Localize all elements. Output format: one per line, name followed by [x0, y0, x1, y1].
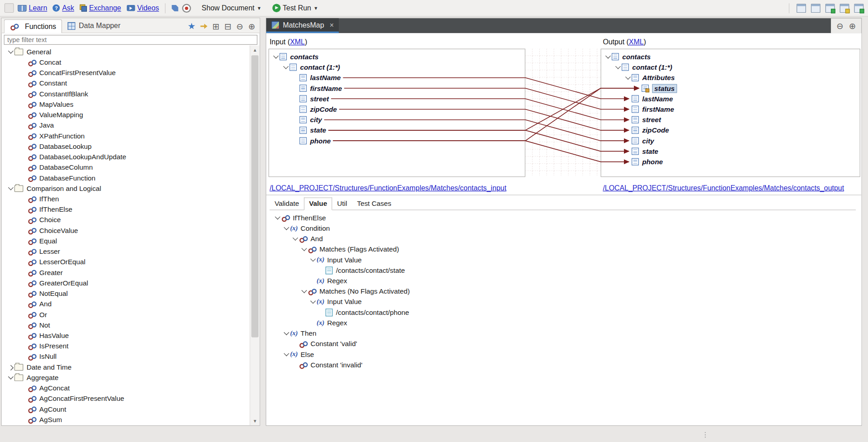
- output-structure-link[interactable]: /LOCAL_PROJECT/Structures/FunctionExampl…: [603, 184, 844, 192]
- function-tree-item[interactable]: Aggregate: [2, 372, 250, 383]
- show-view-icon[interactable]: [825, 4, 835, 13]
- input-tree-item[interactable]: contacts: [269, 52, 525, 62]
- output-xml-link[interactable]: XML: [629, 38, 644, 46]
- value-tree-item[interactable]: Constant 'invalid': [269, 360, 856, 370]
- function-tree-item[interactable]: LesserOrEqual: [2, 257, 250, 267]
- help-link-videos[interactable]: Videos: [127, 4, 159, 12]
- vertical-scrollbar[interactable]: ▲ ▼: [249, 45, 259, 425]
- chevron-down-icon[interactable]: [8, 374, 14, 380]
- help-link-label[interactable]: Videos: [137, 4, 159, 12]
- function-tree-item[interactable]: ConcatFirstPresentValue: [2, 67, 250, 78]
- output-tree-item[interactable]: contact (1:*): [601, 62, 860, 72]
- function-tree-item[interactable]: DatabaseLookup: [2, 141, 250, 152]
- function-tree-item[interactable]: HasValue: [2, 330, 250, 341]
- input-tree-item[interactable]: firstName: [269, 83, 525, 93]
- chevron-down-icon[interactable]: [293, 235, 298, 241]
- function-tree-item[interactable]: IfThen: [2, 194, 250, 204]
- input-tree-item[interactable]: zipCode: [269, 104, 525, 114]
- function-tree-item[interactable]: Equal: [2, 236, 250, 246]
- chevron-down-icon[interactable]: [8, 185, 14, 190]
- chevron-down-icon[interactable]: [284, 225, 289, 230]
- detail-tab-test-cases[interactable]: Test Cases: [352, 197, 397, 210]
- close-icon[interactable]: ×: [330, 21, 334, 29]
- test-run-button[interactable]: Test Run ▾: [272, 4, 317, 12]
- chevron-down-icon[interactable]: [275, 214, 280, 219]
- output-tree-item[interactable]: Attributes: [601, 72, 860, 83]
- function-tree-item[interactable]: ValueMapping: [2, 109, 250, 120]
- function-tree-item[interactable]: Lesser: [2, 246, 250, 257]
- value-tree-item[interactable]: (x)Regex: [269, 318, 856, 328]
- help-link-label[interactable]: Ask: [62, 4, 74, 12]
- library-icon[interactable]: [854, 4, 863, 13]
- function-tree-item[interactable]: Concat: [2, 57, 250, 67]
- collapse-all-icon[interactable]: ⊟: [224, 22, 231, 30]
- function-tree-item[interactable]: MapValues: [2, 99, 250, 109]
- chevron-right-icon[interactable]: [8, 365, 14, 371]
- chevron-down-icon[interactable]: [284, 351, 289, 356]
- detail-tab-value[interactable]: Value: [304, 197, 332, 210]
- output-tree-item[interactable]: status: [601, 83, 860, 93]
- chevron-down-icon[interactable]: [273, 53, 278, 59]
- open-perspective-icon[interactable]: [796, 4, 806, 13]
- mapping-canvas[interactable]: [525, 49, 600, 177]
- chevron-down-icon[interactable]: [615, 64, 621, 69]
- function-tree-item[interactable]: IsNull: [2, 351, 250, 361]
- output-tree-item[interactable]: city: [601, 136, 860, 146]
- function-tree-item[interactable]: Not: [2, 320, 250, 330]
- input-tree-item[interactable]: state: [269, 125, 525, 135]
- tag-icon[interactable]: [172, 5, 178, 11]
- scrollbar-thumb[interactable]: [251, 55, 259, 337]
- output-tree-item[interactable]: phone: [601, 157, 860, 167]
- function-tree-item[interactable]: [2, 425, 250, 425]
- function-tree-item[interactable]: DatabaseFunction: [2, 172, 250, 183]
- caret-down-icon[interactable]: ▾: [314, 5, 317, 11]
- help-link-ask[interactable]: ?Ask: [53, 4, 74, 12]
- function-tree-item[interactable]: Comparison and Logical: [2, 183, 250, 194]
- input-tree-item[interactable]: contact (1:*): [269, 62, 525, 72]
- value-tree-item[interactable]: IfThenElse: [269, 212, 856, 223]
- function-tree-item[interactable]: IfThenElse: [2, 204, 250, 214]
- value-tree-item[interactable]: /contacts/contact/state: [269, 265, 856, 276]
- value-tree-item[interactable]: Matches (Flags Activated): [269, 244, 856, 254]
- maximize-editor-icon[interactable]: ⊕: [849, 22, 856, 30]
- input-tree-item[interactable]: phone: [269, 136, 525, 146]
- record-icon[interactable]: [182, 4, 192, 13]
- tab-data-mapper[interactable]: Data Mapper: [62, 19, 126, 33]
- function-tree-item[interactable]: GreaterOrEqual: [2, 278, 250, 288]
- input-tree-item[interactable]: city: [269, 114, 525, 125]
- chevron-down-icon[interactable]: [302, 288, 307, 293]
- value-tree-item[interactable]: (x)Then: [269, 328, 856, 338]
- value-tree-item[interactable]: Matches (No Flags Activated): [269, 286, 856, 296]
- tab-functions[interactable]: Functions: [4, 19, 62, 33]
- help-link-exchange[interactable]: Exchange: [80, 4, 121, 12]
- value-tree-item[interactable]: Constant 'valid': [269, 338, 856, 349]
- function-tree-item[interactable]: DatabaseColumn: [2, 162, 250, 172]
- scrollbar-track[interactable]: [250, 54, 260, 417]
- function-tree-item[interactable]: AgConcat: [2, 383, 250, 393]
- output-tree-item[interactable]: zipCode: [601, 125, 860, 135]
- function-tree-item[interactable]: DatabaseLookupAndUpdate: [2, 152, 250, 162]
- scroll-down-button[interactable]: ▼: [250, 417, 260, 426]
- function-tree-item[interactable]: Constant: [2, 78, 250, 88]
- value-tree-item[interactable]: /contacts/contact/phone: [269, 307, 856, 318]
- sash-handle[interactable]: ⋮: [702, 432, 709, 438]
- output-tree-item[interactable]: state: [601, 146, 860, 157]
- value-tree-item[interactable]: (x)Regex: [269, 276, 856, 286]
- output-tree-item[interactable]: contacts: [601, 52, 860, 62]
- tab-matchesmap[interactable]: MatchesMap ×: [266, 18, 339, 33]
- chevron-down-icon[interactable]: [284, 330, 289, 335]
- import-function-icon[interactable]: [200, 23, 207, 30]
- function-tree-item[interactable]: And: [2, 299, 250, 309]
- chevron-down-icon[interactable]: [625, 74, 631, 80]
- function-tree-item[interactable]: Greater: [2, 267, 250, 278]
- help-link-learn[interactable]: Learn: [18, 4, 47, 12]
- value-tree-item[interactable]: (x)Input Value: [269, 296, 856, 307]
- function-tree-item[interactable]: General: [2, 47, 250, 57]
- chevron-down-icon[interactable]: [310, 256, 316, 261]
- output-tree-item[interactable]: firstName: [601, 104, 860, 114]
- maximize-view-icon[interactable]: ⊕: [248, 22, 255, 30]
- help-link-label[interactable]: Learn: [29, 4, 48, 12]
- function-tree-item[interactable]: IsPresent: [2, 341, 250, 351]
- input-structure-link[interactable]: /LOCAL_PROJECT/Structures/FunctionExampl…: [269, 184, 506, 192]
- value-tree-item[interactable]: And: [269, 233, 856, 244]
